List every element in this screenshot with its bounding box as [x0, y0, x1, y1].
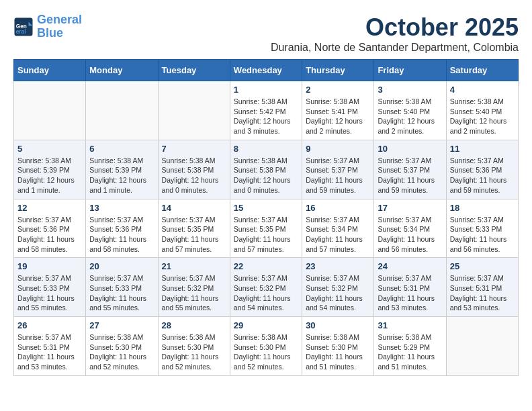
day-info: Sunrise: 5:38 AM Sunset: 5:38 PM Dayligh… [234, 156, 298, 195]
day-cell: 13Sunrise: 5:37 AM Sunset: 5:36 PM Dayli… [86, 199, 158, 258]
day-info: Sunrise: 5:38 AM Sunset: 5:30 PM Dayligh… [162, 332, 226, 372]
day-info: Sunrise: 5:37 AM Sunset: 5:33 PM Dayligh… [89, 273, 154, 313]
day-cell: 3Sunrise: 5:38 AM Sunset: 5:40 PM Daylig… [374, 81, 446, 140]
weekday-header-thursday: Thursday [302, 60, 374, 81]
day-cell: 29Sunrise: 5:38 AM Sunset: 5:30 PM Dayli… [230, 317, 302, 376]
day-number: 3 [378, 85, 442, 95]
weekday-header-tuesday: Tuesday [158, 60, 230, 81]
day-info: Sunrise: 5:37 AM Sunset: 5:33 PM Dayligh… [17, 273, 82, 313]
day-number: 30 [306, 320, 370, 330]
day-number: 28 [162, 320, 226, 330]
day-info: Sunrise: 5:37 AM Sunset: 5:34 PM Dayligh… [306, 215, 370, 255]
day-cell: 16Sunrise: 5:37 AM Sunset: 5:34 PM Dayli… [302, 199, 374, 258]
day-number: 2 [306, 85, 370, 95]
day-number: 1 [234, 85, 298, 95]
day-cell: 17Sunrise: 5:37 AM Sunset: 5:34 PM Dayli… [374, 199, 446, 258]
day-info: Sunrise: 5:37 AM Sunset: 5:32 PM Dayligh… [234, 273, 298, 313]
day-info: Sunrise: 5:38 AM Sunset: 5:42 PM Dayligh… [234, 97, 298, 136]
location-title: Durania, Norte de Santander Department, … [82, 42, 519, 54]
day-info: Sunrise: 5:38 AM Sunset: 5:30 PM Dayligh… [89, 332, 154, 372]
week-row-3: 12Sunrise: 5:37 AM Sunset: 5:36 PM Dayli… [14, 199, 519, 258]
day-cell [446, 317, 518, 376]
day-cell [158, 81, 230, 140]
weekday-header-saturday: Saturday [446, 60, 518, 81]
day-info: Sunrise: 5:37 AM Sunset: 5:31 PM Dayligh… [378, 273, 442, 313]
day-cell: 21Sunrise: 5:37 AM Sunset: 5:32 PM Dayli… [158, 258, 230, 317]
day-cell: 24Sunrise: 5:37 AM Sunset: 5:31 PM Dayli… [374, 258, 446, 317]
day-number: 5 [17, 144, 82, 154]
day-cell: 31Sunrise: 5:38 AM Sunset: 5:29 PM Dayli… [374, 317, 446, 376]
day-cell: 27Sunrise: 5:38 AM Sunset: 5:30 PM Dayli… [86, 317, 158, 376]
month-title: October 2025 [82, 13, 519, 42]
day-number: 15 [234, 203, 298, 213]
weekday-header-sunday: Sunday [14, 60, 86, 81]
day-number: 22 [234, 261, 298, 271]
day-number: 21 [162, 261, 226, 271]
day-info: Sunrise: 5:38 AM Sunset: 5:40 PM Dayligh… [378, 97, 442, 136]
day-number: 31 [378, 320, 442, 330]
day-number: 6 [89, 144, 154, 154]
day-info: Sunrise: 5:38 AM Sunset: 5:41 PM Dayligh… [306, 97, 370, 136]
day-info: Sunrise: 5:37 AM Sunset: 5:32 PM Dayligh… [306, 273, 370, 313]
week-row-4: 19Sunrise: 5:37 AM Sunset: 5:33 PM Dayli… [14, 258, 519, 317]
day-cell: 9Sunrise: 5:37 AM Sunset: 5:37 PM Daylig… [302, 140, 374, 199]
day-number: 20 [89, 261, 154, 271]
week-row-5: 26Sunrise: 5:37 AM Sunset: 5:31 PM Dayli… [14, 317, 519, 376]
day-info: Sunrise: 5:37 AM Sunset: 5:36 PM Dayligh… [450, 156, 515, 195]
day-info: Sunrise: 5:38 AM Sunset: 5:30 PM Dayligh… [306, 332, 370, 372]
day-info: Sunrise: 5:38 AM Sunset: 5:29 PM Dayligh… [378, 332, 442, 372]
day-number: 29 [234, 320, 298, 330]
day-number: 17 [378, 203, 442, 213]
weekday-header-wednesday: Wednesday [230, 60, 302, 81]
day-cell: 23Sunrise: 5:37 AM Sunset: 5:32 PM Dayli… [302, 258, 374, 317]
day-cell: 19Sunrise: 5:37 AM Sunset: 5:33 PM Dayli… [14, 258, 86, 317]
day-info: Sunrise: 5:37 AM Sunset: 5:35 PM Dayligh… [234, 215, 298, 255]
day-cell: 28Sunrise: 5:38 AM Sunset: 5:30 PM Dayli… [158, 317, 230, 376]
day-cell [86, 81, 158, 140]
week-row-2: 5Sunrise: 5:38 AM Sunset: 5:39 PM Daylig… [14, 140, 519, 199]
day-cell: 8Sunrise: 5:38 AM Sunset: 5:38 PM Daylig… [230, 140, 302, 199]
weekday-header-monday: Monday [86, 60, 158, 81]
logo-icon: Gen eral [13, 17, 34, 37]
day-info: Sunrise: 5:38 AM Sunset: 5:38 PM Dayligh… [162, 156, 226, 195]
day-number: 8 [234, 144, 298, 154]
day-info: Sunrise: 5:38 AM Sunset: 5:30 PM Dayligh… [234, 332, 298, 372]
logo: Gen eral General Blue [13, 13, 82, 40]
day-number: 26 [17, 320, 82, 330]
day-cell: 12Sunrise: 5:37 AM Sunset: 5:36 PM Dayli… [14, 199, 86, 258]
day-info: Sunrise: 5:37 AM Sunset: 5:36 PM Dayligh… [17, 215, 82, 255]
day-cell: 22Sunrise: 5:37 AM Sunset: 5:32 PM Dayli… [230, 258, 302, 317]
day-cell: 2Sunrise: 5:38 AM Sunset: 5:41 PM Daylig… [302, 81, 374, 140]
day-info: Sunrise: 5:37 AM Sunset: 5:35 PM Dayligh… [162, 215, 226, 255]
day-number: 16 [306, 203, 370, 213]
day-info: Sunrise: 5:37 AM Sunset: 5:36 PM Dayligh… [89, 215, 154, 255]
day-cell: 10Sunrise: 5:37 AM Sunset: 5:37 PM Dayli… [374, 140, 446, 199]
day-number: 12 [17, 203, 82, 213]
day-number: 10 [378, 144, 442, 154]
day-info: Sunrise: 5:37 AM Sunset: 5:33 PM Dayligh… [450, 215, 515, 255]
day-cell: 11Sunrise: 5:37 AM Sunset: 5:36 PM Dayli… [446, 140, 518, 199]
day-cell: 6Sunrise: 5:38 AM Sunset: 5:39 PM Daylig… [86, 140, 158, 199]
day-number: 23 [306, 261, 370, 271]
weekday-header-friday: Friday [374, 60, 446, 81]
logo-line2: Blue [37, 26, 63, 40]
day-number: 25 [450, 261, 515, 271]
title-section: October 2025 Durania, Norte de Santander… [82, 13, 519, 54]
day-cell: 5Sunrise: 5:38 AM Sunset: 5:39 PM Daylig… [14, 140, 86, 199]
day-info: Sunrise: 5:38 AM Sunset: 5:39 PM Dayligh… [17, 156, 82, 195]
day-cell: 30Sunrise: 5:38 AM Sunset: 5:30 PM Dayli… [302, 317, 374, 376]
day-info: Sunrise: 5:37 AM Sunset: 5:32 PM Dayligh… [162, 273, 226, 313]
day-info: Sunrise: 5:37 AM Sunset: 5:31 PM Dayligh… [17, 332, 82, 372]
day-number: 4 [450, 85, 515, 95]
day-cell: 4Sunrise: 5:38 AM Sunset: 5:40 PM Daylig… [446, 81, 518, 140]
day-cell: 15Sunrise: 5:37 AM Sunset: 5:35 PM Dayli… [230, 199, 302, 258]
day-info: Sunrise: 5:37 AM Sunset: 5:34 PM Dayligh… [378, 215, 442, 255]
week-row-1: 1Sunrise: 5:38 AM Sunset: 5:42 PM Daylig… [14, 81, 519, 140]
day-cell: 1Sunrise: 5:38 AM Sunset: 5:42 PM Daylig… [230, 81, 302, 140]
day-number: 7 [162, 144, 226, 154]
day-number: 27 [89, 320, 154, 330]
day-number: 11 [450, 144, 515, 154]
day-cell: 20Sunrise: 5:37 AM Sunset: 5:33 PM Dayli… [86, 258, 158, 317]
day-cell: 26Sunrise: 5:37 AM Sunset: 5:31 PM Dayli… [14, 317, 86, 376]
day-number: 14 [162, 203, 226, 213]
